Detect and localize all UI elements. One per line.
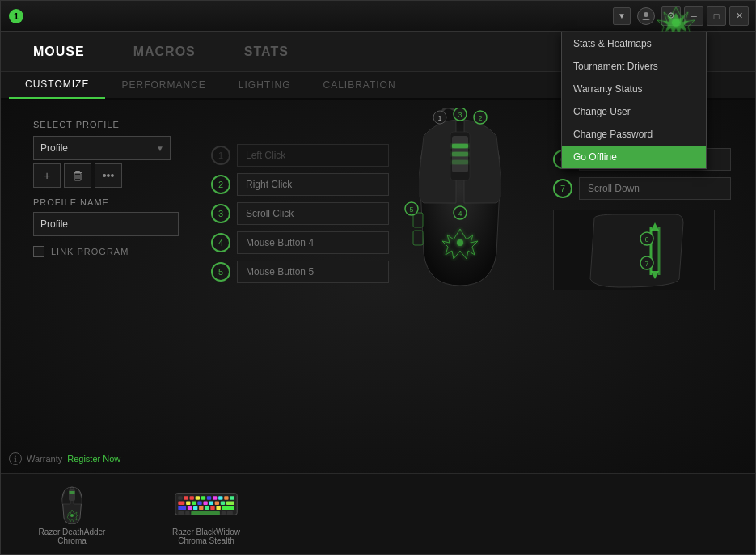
title-bar: 1 ▼ (1, 1, 755, 32)
blackwidow-name: Razer BlackWidow Chroma Stealth (158, 527, 255, 545)
svg-rect-62 (199, 506, 203, 509)
svg-rect-60 (188, 506, 192, 509)
svg-rect-67 (178, 511, 184, 514)
profile-select-wrapper: Profile ▼ (33, 136, 179, 160)
svg-text:5: 5 (409, 205, 413, 214)
svg-rect-58 (226, 501, 234, 504)
svg-rect-64 (210, 506, 214, 509)
add-profile-button[interactable]: + (33, 163, 61, 188)
button-label-3[interactable]: Scroll Click (237, 202, 389, 225)
profile-name-section: PROFILE NAME Profile (33, 197, 179, 236)
button-row-1: 1 Left Click (211, 144, 389, 167)
svg-rect-47 (218, 496, 222, 499)
svg-rect-71 (227, 511, 233, 514)
svg-text:6: 6 (644, 235, 648, 244)
svg-text:3: 3 (458, 111, 462, 119)
svg-rect-48 (224, 496, 228, 499)
menu-go-offline[interactable]: Go Offline (562, 146, 706, 168)
svg-text:4: 4 (458, 210, 462, 218)
svg-rect-68 (185, 511, 189, 514)
title-bar-left: 1 (9, 9, 23, 23)
svg-rect-14 (413, 231, 423, 245)
nav-stats[interactable]: STATS (244, 44, 289, 59)
device-deathadder[interactable]: Razer DeathAdder Chroma (17, 477, 127, 552)
warranty-bar: ℹ Warranty Register Now (9, 452, 120, 465)
device-blackwidow[interactable]: Razer BlackWidow Chroma Stealth (151, 477, 261, 552)
menu-tournament[interactable]: Tournament Drivers (562, 55, 706, 78)
svg-rect-50 (178, 501, 184, 504)
more-profile-button[interactable]: ••• (95, 163, 122, 188)
notification-badge[interactable]: 1 (9, 9, 23, 23)
svg-rect-53 (197, 501, 201, 504)
subnav-customize[interactable]: CUSTOMIZE (9, 71, 105, 99)
button-number-1: 1 (211, 146, 230, 165)
scroll-svg: 6 7 (554, 210, 715, 290)
menu-change-user[interactable]: Change User (562, 100, 706, 123)
deathadder-name: Razer DeathAdder Chroma (23, 527, 120, 545)
delete-profile-button[interactable] (64, 163, 91, 188)
warranty-info-icon: ℹ (9, 452, 22, 465)
button-number-7: 7 (553, 179, 572, 198)
button-label-4[interactable]: Mouse Button 4 (237, 231, 389, 254)
svg-point-16 (457, 239, 463, 246)
svg-rect-11 (452, 152, 468, 156)
profile-section: SELECT PROFILE Profile ▼ + (33, 120, 179, 257)
warranty-register-link[interactable]: Register Now (67, 454, 120, 464)
subnav-calibration[interactable]: CALIBRATION (306, 71, 412, 99)
warranty-text: Warranty (27, 454, 62, 464)
profile-icon[interactable] (637, 7, 655, 25)
link-program-checkbox[interactable] (33, 246, 44, 257)
button-number-3: 3 (211, 204, 230, 223)
svg-rect-59 (178, 506, 186, 509)
maximize-button[interactable]: □ (707, 6, 726, 26)
device-bar: Razer DeathAdder Chroma (1, 473, 755, 554)
svg-rect-44 (201, 496, 205, 499)
dropdown-menu: Stats & Heatmaps Tournament Drivers Warr… (561, 32, 707, 169)
menu-change-password[interactable]: Change Password (562, 123, 706, 146)
button-label-7[interactable]: Scroll Down (579, 177, 731, 200)
svg-rect-46 (213, 496, 217, 499)
svg-rect-40 (178, 496, 182, 499)
subnav-performance[interactable]: PERFORMANCE (105, 71, 222, 99)
nav-macros[interactable]: MACROS (133, 44, 196, 59)
svg-rect-55 (209, 501, 213, 504)
close-button[interactable]: ✕ (729, 6, 749, 26)
select-profile-label: SELECT PROFILE (33, 120, 179, 129)
profile-select-container: Profile ▼ (33, 136, 171, 160)
nav-mouse[interactable]: MOUSE (33, 44, 85, 59)
svg-rect-52 (192, 501, 196, 504)
link-program-row: LINK PROGRAM (33, 246, 179, 257)
button-number-5: 5 (211, 262, 230, 282)
svg-point-38 (70, 514, 74, 517)
menu-warranty[interactable]: Warranty Status (562, 78, 706, 100)
svg-rect-45 (207, 496, 211, 499)
svg-point-1 (644, 12, 648, 17)
svg-rect-56 (215, 501, 219, 504)
svg-rect-42 (190, 496, 194, 499)
profile-select[interactable]: Profile (33, 136, 171, 160)
profile-name-input[interactable]: Profile (33, 212, 179, 236)
menu-stats[interactable]: Stats & Heatmaps (562, 32, 706, 55)
svg-rect-10 (452, 144, 468, 148)
subnav-lighting[interactable]: LIGHTING (222, 71, 307, 99)
svg-rect-12 (452, 160, 468, 164)
button-label-2[interactable]: Right Click (237, 173, 389, 196)
button-assignments: 1 Left Click 2 Right Click 3 Scroll Clic… (211, 144, 389, 290)
blackwidow-icon (174, 484, 239, 524)
mouse-svg: 1 2 3 4 5 (395, 108, 525, 294)
button-row-4: 4 Mouse Button 4 (211, 231, 389, 254)
svg-rect-65 (216, 506, 220, 509)
svg-rect-51 (186, 501, 190, 504)
button-label-5[interactable]: Mouse Button 5 (237, 261, 389, 283)
dropdown-toggle[interactable]: ▼ (613, 7, 631, 25)
link-program-label: LINK PROGRAM (51, 247, 129, 256)
button-row-3: 3 Scroll Click (211, 202, 389, 225)
profile-name-label: PROFILE NAME (33, 197, 179, 207)
button-number-2: 2 (211, 175, 230, 194)
svg-rect-3 (75, 171, 80, 172)
keyboard-device-icon (174, 488, 239, 520)
svg-point-0 (672, 19, 680, 27)
svg-text:1: 1 (437, 114, 441, 122)
button-label-1[interactable]: Left Click (237, 144, 389, 167)
svg-text:7: 7 (644, 260, 648, 268)
